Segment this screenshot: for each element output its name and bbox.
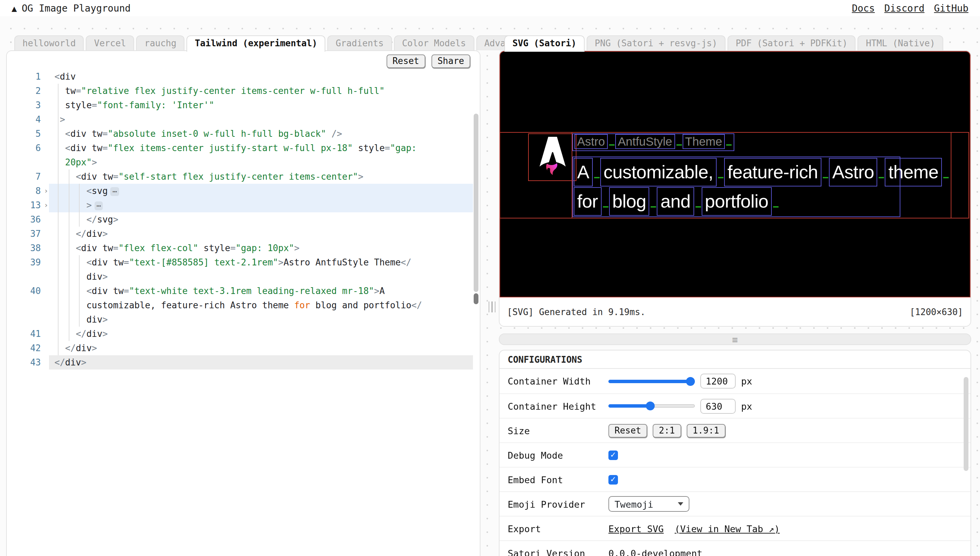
line-number: 38: [7, 241, 49, 255]
tab-html-native-[interactable]: HTML (Native): [858, 36, 944, 50]
indent-guide: [68, 170, 69, 184]
size-button-reset[interactable]: Reset: [609, 423, 647, 437]
link-view-in-new-tab[interactable]: (View in New Tab ↗): [675, 523, 780, 534]
baseline-mark: [718, 177, 723, 178]
indent-guide: [68, 184, 69, 198]
slider-thumb[interactable]: [646, 401, 655, 411]
code-token: A: [379, 286, 385, 296]
tab-helloworld[interactable]: helloworld: [14, 36, 84, 50]
workspace-background: helloworldVercelrauchgTailwind (experime…: [0, 16, 980, 556]
tab-svg-satori-[interactable]: SVG (Satori): [504, 36, 584, 52]
code-token: customizable, feature-rich Astro theme: [86, 300, 294, 310]
config-scrollbar-thumb[interactable]: [964, 377, 969, 471]
code-row: 41 </div>: [7, 326, 473, 341]
code-row: 37 </div>: [7, 226, 473, 241]
tab-gradients[interactable]: Gradients: [327, 36, 392, 50]
line-number: 7: [7, 170, 49, 184]
line-number: 39: [7, 255, 49, 270]
link-0-0-0-development[interactable]: 0.0.0-development: [609, 548, 702, 556]
code-token: "font-family: 'Inter'": [97, 100, 214, 110]
configurations-body: Container WidthpxContainer HeightpxSizeR…: [499, 369, 970, 556]
editor-scrollbar-grip[interactable]: [474, 293, 478, 304]
code-line: div>: [49, 270, 473, 284]
code-line: >⋯: [49, 198, 473, 212]
tab-tailwind-experimental-[interactable]: Tailwind (experimental): [186, 36, 325, 52]
tab-pdf-satori-pdfkit-[interactable]: PDF (Satori + PDFKit): [728, 36, 856, 50]
config-control: Export SVG(View in New Tab ↗): [609, 523, 785, 534]
grip-icon: ≡: [732, 335, 738, 344]
editor-actions: Reset Share: [386, 55, 470, 68]
code-token: =: [124, 257, 129, 267]
code-line: <div tw="text-[#858585] text-2.1rem">Ast…: [49, 255, 473, 270]
indent-guide: [58, 198, 58, 212]
slider-container-width[interactable]: [609, 377, 695, 386]
slider-container-height[interactable]: [609, 401, 695, 411]
select-emoji-provider[interactable]: Twemoji: [609, 496, 689, 512]
configurations-heading: CONFIGURATIONS: [499, 351, 970, 369]
code-line: </div>: [49, 226, 473, 241]
code-editor[interactable]: 1<div2 tw="relative flex justify-center …: [7, 51, 473, 556]
size-button-1-9-1[interactable]: 1.9:1: [686, 423, 725, 437]
reset-button[interactable]: Reset: [386, 55, 425, 68]
og-image-playground-app: ▲ OG Image Playground DocsDiscordGitHub …: [0, 0, 980, 556]
code-line: <div tw="flex flex-col" style="gap: 10px…: [49, 241, 473, 255]
config-label: Container Width: [508, 376, 609, 386]
tab-rauchg[interactable]: rauchg: [136, 36, 185, 50]
code-token: "relative flex justify-center items-cent…: [81, 86, 384, 96]
slider-thumb[interactable]: [686, 377, 695, 386]
code-token: <: [86, 286, 92, 296]
config-label: Debug Mode: [508, 449, 609, 461]
tab-color-models[interactable]: Color Models: [394, 36, 474, 50]
header-link-docs[interactable]: Docs: [852, 3, 875, 14]
code-token: >: [358, 171, 363, 182]
baseline-mark: [823, 177, 828, 178]
checkbox-debug-mode[interactable]: ✓: [609, 450, 618, 460]
fold-chevron-icon[interactable]: ›: [44, 198, 48, 212]
checkbox-embed-font[interactable]: ✓: [609, 475, 618, 484]
code-row: 5 <div tw="absolute inset-0 w-full h-ful…: [7, 126, 473, 141]
line-number: 40: [7, 284, 49, 298]
code-line: style="font-family: 'Inter'": [49, 98, 473, 112]
fold-chevron-icon[interactable]: ›: [44, 184, 48, 198]
size-button-2-1[interactable]: 2:1: [653, 423, 681, 437]
input-container-width[interactable]: [700, 373, 736, 389]
code-token: >: [102, 314, 108, 325]
code-line: </div>: [49, 326, 473, 341]
indent-guide: [68, 298, 69, 312]
line-number: 41: [7, 326, 49, 341]
share-button[interactable]: Share: [431, 55, 470, 68]
config-row-satori-version: Satori Version0.0.0-development: [499, 540, 970, 556]
header-link-github[interactable]: GitHub: [934, 3, 969, 14]
og-desc-word: for: [574, 187, 601, 216]
code-token: "gap: 10px": [236, 243, 294, 253]
tab-vercel[interactable]: Vercel: [86, 36, 134, 50]
indent-guide: [68, 284, 69, 298]
panel-splitter-grip[interactable]: [487, 301, 497, 313]
horizontal-resizer[interactable]: ≡: [499, 333, 971, 345]
line-number: 3: [7, 98, 49, 112]
header-link-discord[interactable]: Discord: [885, 3, 925, 14]
og-title-word: AntfuStyle: [615, 134, 675, 149]
indent-guide: [58, 126, 58, 141]
code-token: =: [102, 129, 108, 139]
input-container-height[interactable]: [700, 398, 736, 414]
code-row: 42 </div>: [7, 341, 473, 355]
baseline-mark: [651, 206, 656, 208]
code-token: 20px": [65, 157, 92, 167]
baseline-mark: [695, 206, 701, 208]
unit-label: px: [741, 376, 752, 386]
link-export-svg[interactable]: Export SVG: [609, 523, 664, 534]
code-token: <: [76, 243, 81, 253]
baseline-mark: [773, 206, 778, 208]
code-token: tw: [65, 86, 76, 96]
code-editor-panel: Reset Share 1<div2 tw="relative flex jus…: [6, 50, 481, 556]
line-number: [7, 270, 49, 284]
code-row: div>: [7, 312, 473, 326]
code-token: div: [86, 329, 102, 339]
og-desc-word: portfolio: [701, 187, 772, 216]
tab-png-satori-resvg-js-[interactable]: PNG (Satori + resvg-js): [587, 36, 725, 50]
editor-scrollbar-thumb[interactable]: [474, 114, 478, 292]
code-row: div>: [7, 270, 473, 284]
header-links: DocsDiscordGitHub: [852, 3, 969, 14]
code-token: div: [60, 71, 76, 82]
